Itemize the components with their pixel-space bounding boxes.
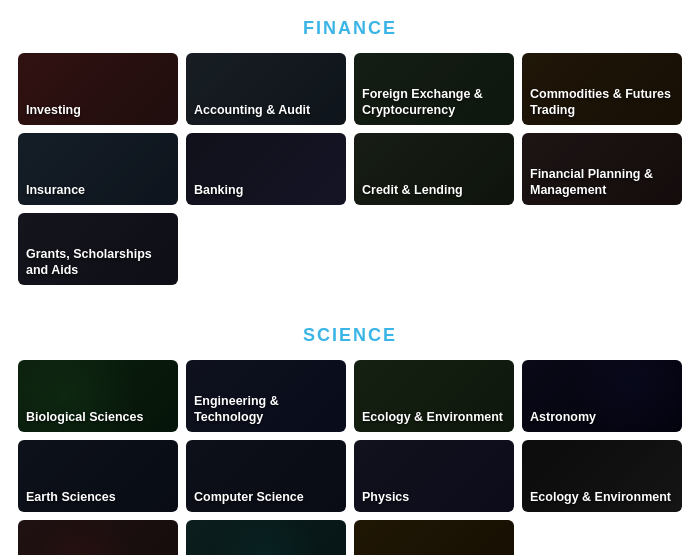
- section-divider: [0, 295, 700, 307]
- card-physics[interactable]: Physics: [354, 440, 514, 512]
- card-ecology2[interactable]: Ecology & Environment: [522, 440, 682, 512]
- card-earth[interactable]: Earth Sciences: [18, 440, 178, 512]
- card-bg-wildlife: [354, 520, 514, 555]
- card-investing[interactable]: Investing: [18, 53, 178, 125]
- card-mathematics[interactable]: Mathematics: [186, 520, 346, 555]
- card-label-insurance: Insurance: [18, 175, 93, 205]
- card-accounting[interactable]: Accounting & Audit: [186, 53, 346, 125]
- card-label-earth: Earth Sciences: [18, 482, 124, 512]
- card-bg-mathematics: [186, 520, 346, 555]
- card-label-commodities: Commodities & Futures Trading: [522, 79, 682, 126]
- card-label-ecology2: Ecology & Environment: [522, 482, 679, 512]
- finance-title: FINANCE: [0, 0, 700, 53]
- card-label-investing: Investing: [18, 95, 89, 125]
- card-insurance[interactable]: Insurance: [18, 133, 178, 205]
- card-label-forex: Foreign Exchange & Cryptocurrency: [354, 79, 514, 126]
- card-ecology1[interactable]: Ecology & Environment: [354, 360, 514, 432]
- card-computer[interactable]: Computer Science: [186, 440, 346, 512]
- card-label-ecology1: Ecology & Environment: [354, 402, 511, 432]
- science-section: SCIENCE Biological Sciences Engineering …: [0, 307, 700, 555]
- card-label-bio: Biological Sciences: [18, 402, 151, 432]
- card-wildlife[interactable]: Wildlife: [354, 520, 514, 555]
- card-label-engineering: Engineering & Technology: [186, 386, 346, 433]
- card-forex[interactable]: Foreign Exchange & Cryptocurrency: [354, 53, 514, 125]
- card-credit[interactable]: Credit & Lending: [354, 133, 514, 205]
- card-bg-chemistry: [18, 520, 178, 555]
- card-label-physics: Physics: [354, 482, 417, 512]
- finance-section: FINANCE Investing Accounting & Audit For…: [0, 0, 700, 295]
- card-financial[interactable]: Financial Planning & Management: [522, 133, 682, 205]
- card-label-banking: Banking: [186, 175, 251, 205]
- science-title: SCIENCE: [0, 307, 700, 360]
- card-label-grants: Grants, Scholarships and Aids: [18, 239, 178, 286]
- card-label-astronomy: Astronomy: [522, 402, 604, 432]
- card-engineering[interactable]: Engineering & Technology: [186, 360, 346, 432]
- card-label-accounting: Accounting & Audit: [186, 95, 318, 125]
- card-label-computer: Computer Science: [186, 482, 312, 512]
- card-commodities[interactable]: Commodities & Futures Trading: [522, 53, 682, 125]
- card-label-financial: Financial Planning & Management: [522, 159, 682, 206]
- card-label-credit: Credit & Lending: [354, 175, 471, 205]
- card-chemistry[interactable]: Chemistry: [18, 520, 178, 555]
- card-grants[interactable]: Grants, Scholarships and Aids: [18, 213, 178, 285]
- finance-grid: Investing Accounting & Audit Foreign Exc…: [0, 53, 700, 295]
- science-grid: Biological Sciences Engineering & Techno…: [0, 360, 700, 555]
- card-astronomy[interactable]: Astronomy: [522, 360, 682, 432]
- card-banking[interactable]: Banking: [186, 133, 346, 205]
- card-bio[interactable]: Biological Sciences: [18, 360, 178, 432]
